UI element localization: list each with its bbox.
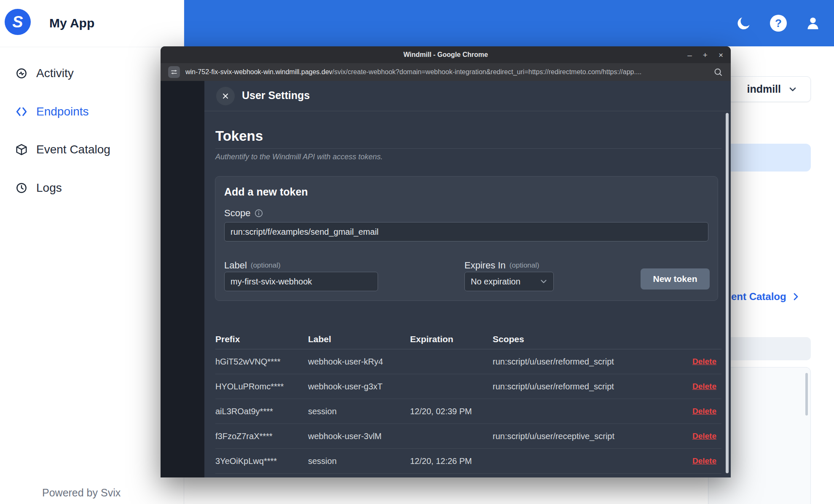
history-icon bbox=[15, 182, 28, 194]
table-row: f3FzoZ7raX**** webhook-user-3vlM run:scr… bbox=[215, 424, 721, 449]
add-token-title: Add a new token bbox=[224, 186, 308, 198]
drawer-title: User Settings bbox=[242, 89, 310, 102]
delete-token-link[interactable]: Delete bbox=[692, 407, 716, 416]
window-titlebar[interactable]: Windmill - Google Chrome – + × bbox=[161, 46, 731, 63]
token-scopes: run:script/u/user/receptive_script bbox=[493, 432, 666, 441]
site-settings-icon[interactable] bbox=[168, 66, 180, 78]
chevron-right-icon bbox=[791, 292, 801, 302]
tokens-subtitle: Authentify to the Windmill API with acce… bbox=[215, 153, 383, 161]
divider bbox=[215, 148, 721, 149]
delete-token-link[interactable]: Delete bbox=[692, 432, 716, 441]
tokens-table: Prefix Label Expiration Scopes hGiT52wVN… bbox=[215, 329, 721, 474]
token-scopes: run:script/u/user/reformed_script bbox=[493, 357, 666, 367]
environment-dropdown-label: indmill bbox=[747, 83, 781, 95]
token-prefix: f3FzoZ7raX**** bbox=[215, 432, 308, 441]
sidebar-header: S My App bbox=[0, 0, 184, 47]
chevron-down-icon bbox=[539, 277, 548, 286]
token-prefix: aiL3ROat9y**** bbox=[215, 407, 308, 416]
token-prefix: hGiT52wVNQ**** bbox=[215, 357, 308, 367]
label-label: Label (optional) bbox=[224, 260, 281, 271]
sidebar-item-label: Logs bbox=[36, 181, 62, 195]
desktop: ? indmill ent Catalog S My App Activity … bbox=[0, 0, 834, 504]
scope-label: Scope bbox=[224, 208, 263, 219]
sidebar-item-label: Event Catalog bbox=[36, 143, 110, 156]
delete-token-link[interactable]: Delete bbox=[692, 382, 716, 391]
topbar-icons: ? bbox=[735, 0, 822, 46]
delete-token-link[interactable]: Delete bbox=[692, 357, 716, 366]
close-icon bbox=[221, 92, 230, 100]
chevron-down-icon bbox=[788, 84, 798, 94]
sidebar-item-endpoints[interactable]: Endpoints bbox=[0, 99, 152, 124]
user-icon bbox=[805, 15, 821, 32]
delete-token-link[interactable]: Delete bbox=[692, 456, 716, 466]
table-row: HYOLuPRomc**** webhook-user-g3xT run:scr… bbox=[215, 374, 721, 399]
sidebar: S My App Activity Endpoints Event Catalo… bbox=[0, 0, 184, 504]
scope-input[interactable] bbox=[224, 222, 708, 241]
window-controls: – + × bbox=[687, 46, 723, 63]
token-label: session bbox=[308, 456, 410, 466]
close-drawer-button[interactable] bbox=[216, 87, 235, 105]
browser-content: User Settings Tokens Authentify to the W… bbox=[161, 81, 731, 477]
expiration-select[interactable]: No expiration bbox=[464, 272, 554, 291]
token-label-input[interactable] bbox=[224, 272, 378, 291]
activity-icon bbox=[15, 67, 28, 80]
optional-hint: (optional) bbox=[251, 261, 281, 270]
panel-scrollbar[interactable] bbox=[805, 373, 808, 416]
app-topbar: ? bbox=[184, 0, 834, 46]
sidebar-item-logs[interactable]: Logs bbox=[0, 176, 152, 200]
url-domain: win-752-fix-svix-webhook-win.windmill.pa… bbox=[185, 68, 333, 75]
add-token-panel: Add a new token Scope Label (optional) E… bbox=[215, 176, 718, 301]
url-text[interactable]: win-752-fix-svix-webhook-win.windmill.pa… bbox=[185, 68, 708, 76]
url-path: /svix/create-webhook?domain=webhook-inte… bbox=[333, 68, 642, 75]
sidebar-item-activity[interactable]: Activity bbox=[0, 61, 152, 86]
window-title: Windmill - Google Chrome bbox=[403, 51, 488, 59]
expires-label: Expires In (optional) bbox=[464, 260, 539, 271]
user-settings-drawer: User Settings Tokens Authentify to the W… bbox=[204, 81, 731, 477]
tokens-heading: Tokens bbox=[215, 128, 263, 144]
token-label: session bbox=[308, 407, 410, 416]
header-label: Label bbox=[308, 334, 410, 344]
search-icon[interactable] bbox=[713, 67, 723, 77]
help-button[interactable]: ? bbox=[769, 14, 788, 32]
address-bar[interactable]: win-752-fix-svix-webhook-win.windmill.pa… bbox=[161, 63, 731, 81]
user-menu-button[interactable] bbox=[804, 14, 822, 32]
drawer-header: User Settings bbox=[204, 81, 731, 111]
table-row: hGiT52wVNQ**** webhook-user-kRy4 run:scr… bbox=[215, 349, 721, 374]
expiration-select-value: No expiration bbox=[471, 277, 520, 287]
info-icon[interactable] bbox=[254, 209, 263, 218]
minimize-button[interactable]: – bbox=[687, 51, 692, 59]
event-catalog-link-fragment[interactable]: ent Catalog bbox=[731, 291, 801, 303]
token-label: webhook-user-g3xT bbox=[308, 382, 410, 391]
cube-icon bbox=[15, 143, 28, 156]
powered-by-svix: Powered by Svix bbox=[42, 487, 121, 499]
header-scopes: Scopes bbox=[493, 334, 666, 344]
drawer-backdrop[interactable] bbox=[161, 81, 204, 477]
sidebar-item-label: Endpoints bbox=[36, 105, 89, 118]
maximize-button[interactable]: + bbox=[703, 51, 708, 59]
app-title: My App bbox=[49, 16, 94, 30]
new-token-button[interactable]: New token bbox=[641, 268, 710, 290]
token-scopes: run:script/u/user/reformed_script bbox=[493, 382, 666, 391]
help-icon: ? bbox=[770, 15, 787, 32]
drawer-scrollbar[interactable] bbox=[726, 113, 729, 473]
table-row: 3YeOiKpLwq**** session 12/20, 12:26 PM D… bbox=[215, 449, 721, 474]
sidebar-item-event-catalog[interactable]: Event Catalog bbox=[0, 137, 152, 162]
tokens-table-header: Prefix Label Expiration Scopes bbox=[215, 329, 721, 349]
token-prefix: 3YeOiKpLwq**** bbox=[215, 456, 308, 466]
token-prefix: HYOLuPRomc**** bbox=[215, 382, 308, 391]
table-row: aiL3ROat9y**** session 12/20, 02:39 PM D… bbox=[215, 399, 721, 424]
chrome-window: Windmill - Google Chrome – + × win-752-f… bbox=[161, 46, 731, 477]
event-catalog-link-label: ent Catalog bbox=[731, 291, 786, 303]
token-label: webhook-user-kRy4 bbox=[308, 357, 410, 367]
close-window-button[interactable]: × bbox=[719, 51, 723, 59]
optional-hint: (optional) bbox=[510, 261, 539, 270]
svix-logo-icon: S bbox=[5, 9, 31, 35]
moon-icon bbox=[736, 15, 752, 31]
sidebar-item-label: Activity bbox=[36, 67, 74, 80]
dark-mode-toggle[interactable] bbox=[735, 14, 753, 32]
tokens-table-body: hGiT52wVNQ**** webhook-user-kRy4 run:scr… bbox=[215, 349, 721, 474]
token-expiration: 12/20, 02:39 PM bbox=[410, 407, 493, 416]
token-expiration: 12/20, 12:26 PM bbox=[410, 456, 493, 466]
header-prefix: Prefix bbox=[215, 334, 308, 344]
code-icon bbox=[15, 105, 28, 118]
